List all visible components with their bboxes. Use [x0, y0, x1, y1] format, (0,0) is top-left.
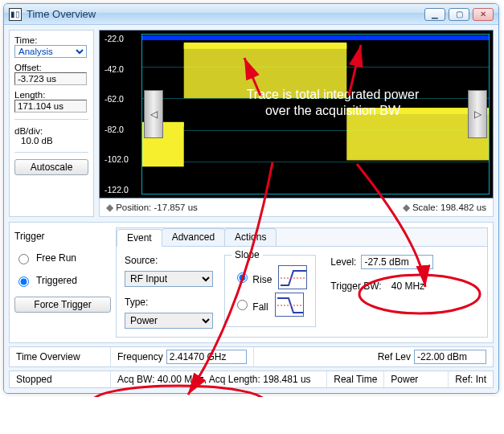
- level-input[interactable]: [361, 255, 433, 269]
- y-axis: -22.0 -42.0 -62.0 -82.0 -102.0 -122.0: [100, 31, 141, 198]
- info-bar-1: Time Overview Frequency Ref Lev: [9, 346, 494, 367]
- close-button[interactable]: ✕: [473, 8, 494, 21]
- app-icon: ▮▯: [9, 8, 22, 21]
- rise-icon: [278, 265, 307, 289]
- info-bar-2: Stopped Acq BW: 40.00 MHz, Acq Length: 1…: [9, 371, 494, 388]
- frequency-label: Frequency: [117, 351, 163, 362]
- side-panel: Time: Analysis Offset: -3.723 us Length:…: [9, 30, 94, 217]
- source-select[interactable]: RF Input: [125, 271, 213, 287]
- length-value[interactable]: 171.104 us: [14, 100, 87, 113]
- offset-label: Offset:: [14, 63, 88, 72]
- frequency-input[interactable]: [166, 350, 247, 364]
- free-run-radio[interactable]: Free Run: [14, 252, 111, 264]
- tab-advanced[interactable]: Advanced: [162, 228, 225, 246]
- time-select[interactable]: Analysis: [14, 45, 87, 58]
- svg-rect-3: [184, 43, 347, 49]
- rise-radio[interactable]: Rise: [233, 270, 272, 285]
- type-select[interactable]: Power: [125, 313, 213, 329]
- time-label: Time:: [14, 35, 88, 45]
- triggerbw-label: Trigger BW:: [330, 280, 381, 292]
- realtime-cell: Real Time: [327, 371, 384, 387]
- reflev-label: Ref Lev: [378, 351, 411, 362]
- overview-cell: Time Overview: [10, 347, 111, 366]
- dbdiv-value: 10.0 dB: [14, 136, 88, 145]
- force-trigger-button[interactable]: Force Trigger: [14, 297, 111, 313]
- run-state: Stopped: [10, 371, 111, 387]
- ytick: -62.0: [104, 94, 124, 104]
- fall-icon: [275, 293, 304, 317]
- slope-label: Slope: [232, 249, 263, 260]
- length-label: Length:: [14, 90, 88, 100]
- dbdiv-label: dB/div:: [14, 126, 88, 136]
- reflev-input[interactable]: [414, 350, 486, 364]
- level-label: Level:: [330, 256, 356, 268]
- nav-right-handle[interactable]: ▷: [468, 90, 487, 138]
- source-label: Source:: [125, 255, 213, 266]
- ytick: -102.0: [104, 154, 129, 164]
- position-handle-icon[interactable]: ◆: [106, 203, 113, 212]
- slope-fieldset: Slope Rise Fall: [224, 255, 316, 327]
- svg-rect-2: [184, 44, 347, 98]
- ytick: -82.0: [104, 125, 124, 134]
- tab-event[interactable]: Event: [117, 229, 162, 247]
- ytick: -122.0: [104, 185, 129, 194]
- scale-value: 198.482 us: [440, 203, 486, 212]
- time-plot[interactable]: -22.0 -42.0 -62.0 -82.0 -102.0 -122.0: [99, 30, 494, 199]
- autoscale-button[interactable]: Autoscale: [14, 159, 88, 175]
- ytick: -22.0: [104, 34, 124, 43]
- maximize-button[interactable]: ▢: [449, 8, 469, 21]
- ref-cell: Ref: Int: [449, 371, 493, 387]
- ytick: -42.0: [104, 64, 124, 74]
- trigger-title: Trigger: [14, 231, 111, 242]
- type-label: Type:: [125, 297, 213, 308]
- minimize-button[interactable]: ▁: [424, 8, 445, 21]
- position-value: -17.857 us: [154, 203, 198, 212]
- position-label: Position:: [116, 203, 151, 212]
- triggerbw-value: 40 MHz: [391, 280, 424, 292]
- tab-actions[interactable]: Actions: [224, 228, 277, 246]
- triggered-radio[interactable]: Triggered: [14, 274, 111, 287]
- plot-grid: [141, 34, 490, 194]
- acq-info: Acq BW: 40.00 MHz, Acq Length: 198.481 u…: [111, 371, 327, 387]
- plot-status: ◆ Position: -17.857 us ◆ Scale: 198.482 …: [99, 199, 494, 217]
- fall-radio[interactable]: Fall: [233, 297, 268, 313]
- window-title: Time Overview: [27, 8, 96, 20]
- scale-label: Scale:: [412, 203, 438, 212]
- scale-handle-icon[interactable]: ◆: [403, 203, 410, 212]
- power-cell: Power: [384, 371, 449, 387]
- nav-left-handle[interactable]: ◁: [144, 90, 163, 138]
- offset-value[interactable]: -3.723 us: [14, 72, 87, 85]
